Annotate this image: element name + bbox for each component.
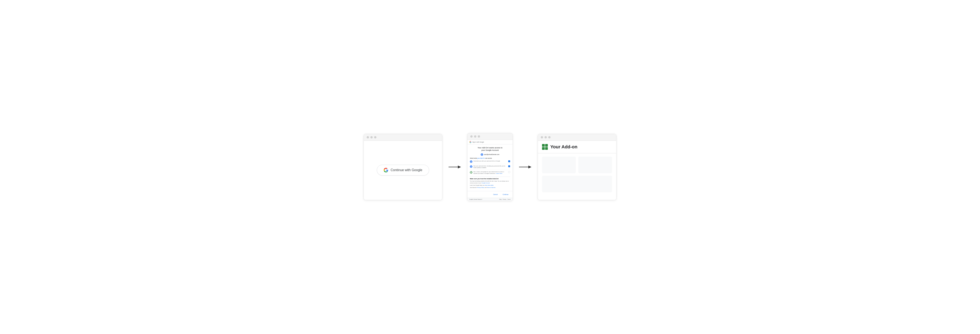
account-display: user@schoolDomain.com [470, 153, 510, 156]
browser-dot-yellow-3 [544, 136, 547, 138]
trust-text-2: Learn how Google helps you share data sa… [470, 184, 510, 186]
browser-dot-yellow-2 [474, 135, 476, 138]
browser-window-3: Your Add-on [538, 134, 616, 200]
addon-page-content: Your Add-on [538, 141, 616, 200]
addon-logo-cell-2 [545, 144, 548, 147]
svg-point-3 [471, 161, 472, 162]
addon-header: Your Add-on [538, 141, 616, 153]
footer-language-selector[interactable]: English (United States) ▾ [469, 199, 482, 200]
browser-dot-green [374, 136, 376, 138]
browser-toolbar-1 [364, 134, 442, 141]
permission-icon-1 [470, 161, 473, 163]
svg-marker-1 [458, 165, 461, 169]
addon-logo-cell-3 [542, 147, 545, 150]
footer-privacy-link[interactable]: Privacy [503, 199, 506, 200]
cancel-button[interactable]: Cancel [492, 193, 500, 196]
addon-card-1 [542, 157, 576, 173]
permission-icon-3 [470, 171, 473, 173]
permission-text-2: See your personal info, including any pe… [473, 165, 507, 169]
permission-text-3: See, create, and update its own attachme… [473, 171, 507, 175]
share-data-link[interactable]: share data safely. [485, 184, 494, 186]
trust-section: Make sure you trust the installed Add-On… [470, 177, 510, 188]
browser-dot-red-2 [470, 135, 473, 138]
footer-links: Help Privacy Terms [500, 199, 511, 200]
google-account-link[interactable]: Google Account. [482, 182, 490, 184]
browser-dot-yellow [371, 136, 373, 138]
arrow-2 [519, 164, 531, 170]
browser-dot-red [367, 136, 369, 138]
svg-marker-6 [528, 165, 531, 169]
continue-with-google-button[interactable]: Continue with Google [377, 165, 429, 175]
footer-lang-text: English (United States) [469, 199, 481, 200]
learn-more-link[interactable]: Learn more [496, 173, 503, 174]
flow-container: Continue with Google [345, 133, 635, 201]
svg-point-4 [471, 166, 472, 167]
arrow-1-icon [449, 164, 461, 170]
dialog-footer: English (United States) ▾ Help Privacy T… [468, 198, 512, 201]
permission-item-3: See, create, and update its own attachme… [470, 171, 510, 175]
account-avatar-icon [480, 153, 483, 156]
dropdown-chevron-icon: ▾ [482, 199, 482, 200]
terms-of-service-link[interactable]: Terms of Service. [487, 187, 496, 188]
addon-card-2 [578, 157, 612, 173]
continue-button[interactable]: Continue [501, 193, 510, 196]
browser-dot-green-2 [478, 135, 480, 138]
dialog-actions: Cancel Continue [468, 191, 512, 198]
addon-link[interactable]: your Add-On [477, 157, 485, 159]
dialog-title: Your Add-On! wants access to your Google… [470, 146, 510, 152]
addon-logo-cell-1 [542, 144, 545, 147]
signin-button-label: Continue with Google [391, 168, 422, 172]
permission-item-1: Associate you with your personal info on… [470, 160, 510, 164]
addon-logo-icon [542, 144, 548, 150]
dialog-header: Sign in with Google [468, 140, 512, 145]
google-signin-dialog: Sign in with Google Your Add-On! wants a… [468, 140, 512, 201]
account-email: user@schoolDomain.com [484, 154, 500, 155]
window-1-content: Continue with Google [364, 141, 442, 200]
browser-dot-green-3 [548, 136, 550, 138]
footer-help-link[interactable]: Help [500, 199, 502, 200]
browser-window-2: Sign in with Google Your Add-On! wants a… [467, 133, 513, 201]
permission-checkbox-3[interactable] [508, 171, 510, 173]
permission-checkbox-2[interactable] [508, 165, 510, 167]
permission-text-1: Associate you with your personal info on… [473, 160, 507, 162]
dialog-header-text: Sign in with Google [473, 141, 484, 143]
permission-checkbox-1[interactable] [508, 161, 510, 162]
google-small-logo [469, 141, 471, 143]
svg-point-2 [482, 154, 482, 154]
permission-item-2: See your personal info, including any pe… [470, 165, 510, 170]
arrow-2-icon [519, 164, 531, 170]
privacy-policy-link[interactable]: Privacy Policy [477, 187, 484, 188]
dialog-subtitle: Select what your Add-On can access [470, 157, 510, 159]
browser-toolbar-2 [468, 133, 512, 140]
trust-text-1: You may be sharing sensitive info with t… [470, 180, 510, 184]
addon-page-title: Your Add-on [550, 144, 578, 150]
footer-terms-link[interactable]: Terms [508, 199, 511, 200]
google-logo-icon [383, 168, 388, 172]
addon-card-wide [542, 176, 612, 192]
arrow-1 [449, 164, 461, 170]
addon-body [538, 153, 616, 196]
dialog-body: Your Add-On! wants access to your Google… [468, 145, 512, 191]
trust-title: Make sure you trust the installed Add-On… [470, 178, 510, 180]
trust-text-3: See Kahoot!'s Privacy Policy and Terms o… [470, 187, 510, 188]
browser-dot-red-3 [541, 136, 543, 138]
permission-icon-2 [470, 165, 473, 168]
addon-logo-cell-4 [545, 147, 548, 150]
browser-window-1: Continue with Google [364, 134, 442, 200]
browser-toolbar-3 [538, 134, 616, 141]
